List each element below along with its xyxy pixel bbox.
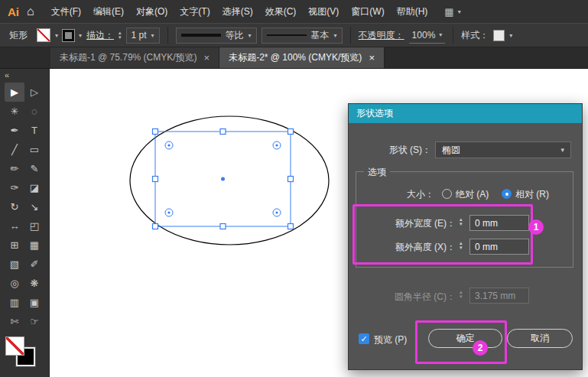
menu-type[interactable]: 文字(T) <box>174 0 216 23</box>
chevron-down-icon[interactable]: ▾ <box>509 32 512 39</box>
eyedropper-tool[interactable]: ✐ <box>24 255 44 274</box>
chevron-down-icon[interactable]: ▾ <box>79 32 82 39</box>
paintbrush-tool[interactable]: ✏ <box>5 159 24 178</box>
menu-help[interactable]: 帮助(H) <box>391 0 434 23</box>
radio-absolute-label[interactable]: 绝对 (A) <box>456 188 489 200</box>
free-transform-tool[interactable]: ◰ <box>24 216 44 236</box>
separator <box>167 27 168 44</box>
preview-label[interactable]: 预览 (P) <box>374 333 407 346</box>
radio-absolute[interactable] <box>442 189 452 199</box>
eraser-tool[interactable]: ◪ <box>24 178 44 197</box>
symbol-sprayer-tool[interactable]: ❋ <box>24 274 44 293</box>
stroke-label[interactable]: 描边： <box>86 29 114 42</box>
scale-tool[interactable]: ↘ <box>24 197 44 216</box>
fill-color-swatch[interactable] <box>37 28 50 42</box>
menu-window[interactable]: 窗口(W) <box>345 0 390 23</box>
handle-bottom-right[interactable] <box>288 224 294 229</box>
pen-tool[interactable]: ✒ <box>5 121 24 140</box>
gradient-tool[interactable]: ▧ <box>5 255 24 274</box>
corner-radius-input <box>469 288 529 304</box>
line-segment-tool[interactable]: ╱ <box>5 140 24 159</box>
chevron-down-icon[interactable]: ▾ <box>55 32 58 39</box>
handle-middle-right[interactable] <box>288 177 294 182</box>
style-swatch[interactable] <box>493 30 505 41</box>
collapse-panel-icon[interactable]: « <box>5 70 9 80</box>
handle-top-center[interactable] <box>220 129 226 135</box>
document-tabbar: 未标题-1 @ 75.79% (CMYK/预览) × 未标题-2* @ 100%… <box>0 47 588 69</box>
home-icon[interactable]: ⌂ <box>27 5 34 18</box>
magic-wand-tool[interactable]: ✳ <box>5 102 24 121</box>
mesh-tool[interactable]: ▦ <box>24 236 44 255</box>
brush-preview <box>267 34 307 36</box>
stroke-color-swatch[interactable] <box>63 30 74 41</box>
handle-middle-left[interactable] <box>153 177 158 182</box>
stroke-weight-stepper[interactable]: ▴ ▾ <box>119 31 122 40</box>
extra-width-stepper[interactable]: ▴ ▾ <box>460 217 463 226</box>
perspective-grid-tool[interactable]: ⊞ <box>5 236 24 255</box>
menu-object[interactable]: 对象(O) <box>130 0 174 23</box>
menu-file[interactable]: 文件(F) <box>45 0 87 23</box>
handle-top-left[interactable] <box>153 129 158 135</box>
stroke-weight-select[interactable]: 1 pt ▾ <box>126 28 160 44</box>
ellipse-shape[interactable] <box>130 116 329 245</box>
menu-select[interactable]: 选择(S) <box>216 0 259 23</box>
direct-selection-tool[interactable]: ▷ <box>24 83 44 102</box>
close-icon[interactable]: × <box>369 52 375 63</box>
opacity-label[interactable]: 不透明度： <box>359 29 404 42</box>
handle-bottom-left[interactable] <box>153 224 158 229</box>
width-profile-select[interactable]: 等比 ▾ <box>176 28 257 44</box>
blend-tool[interactable]: ◎ <box>5 274 24 293</box>
menu-edit[interactable]: 编辑(E) <box>87 0 130 23</box>
width-profile-value: 等比 <box>226 29 244 42</box>
selection-tool[interactable]: ▶ <box>5 83 24 102</box>
active-tool-label: 矩形 <box>9 29 28 42</box>
extra-height-input[interactable] <box>469 239 529 255</box>
shaper-tool[interactable]: ✑ <box>5 178 24 197</box>
dialog-titlebar[interactable]: 形状选项 <box>349 104 582 123</box>
shape-label: 形状 (S)： <box>349 144 431 156</box>
column-graph-tool[interactable]: ▥ <box>5 293 24 312</box>
style-label: 样式： <box>461 29 489 42</box>
extra-width-label: 额外宽度 (E)： <box>349 217 456 229</box>
pencil-tool[interactable]: ✎ <box>24 159 44 178</box>
tab-title: 未标题-2* @ 100% (CMYK/预览) <box>229 51 362 64</box>
stroke-weight-value: 1 pt <box>132 30 147 41</box>
shape-options-dialog: 形状选项 形状 (S)： 椭圆 ▾ 选项 大小： 绝对 (A) 相对 (R) 额… <box>348 103 583 370</box>
handle-top-right[interactable] <box>288 129 294 135</box>
rectangle-tool[interactable]: ▭ <box>24 140 44 159</box>
width-tool[interactable]: ↔ <box>5 216 24 236</box>
opacity-select[interactable]: 100% ▾ <box>409 28 446 44</box>
brush-select[interactable]: 基本 ▾ <box>262 28 343 44</box>
chevron-down-icon: ▾ <box>334 32 337 39</box>
tab-untitled-1[interactable]: 未标题-1 @ 75.79% (CMYK/预览) × <box>50 47 219 68</box>
workspace-switcher[interactable]: ▦ ▾ <box>444 6 460 18</box>
handle-bottom-center[interactable] <box>220 224 226 229</box>
radio-relative[interactable] <box>502 189 512 199</box>
cancel-button[interactable]: 取消 <box>507 329 573 348</box>
hand-tool[interactable]: ☞ <box>24 312 44 331</box>
corner-widget-dot <box>275 211 278 213</box>
menu-effect[interactable]: 效果(C) <box>259 0 303 23</box>
tab-untitled-2[interactable]: 未标题-2* @ 100% (CMYK/预览) × <box>219 47 385 68</box>
workspace-grid-icon: ▦ <box>444 6 453 18</box>
artboard-tool[interactable]: ▣ <box>24 293 44 312</box>
fill-indicator-none[interactable] <box>5 336 24 356</box>
control-bar: 矩形 ▾ ▾ 描边： ▴ ▾ 1 pt ▾ 等比 ▾ 基本 ▾ 不透明度： 10… <box>0 23 588 47</box>
stepper-down-icon: ▾ <box>119 35 122 40</box>
close-icon[interactable]: × <box>204 52 210 63</box>
chevron-down-icon: ▾ <box>560 146 564 154</box>
shape-center-point[interactable] <box>221 177 225 181</box>
type-tool[interactable]: T <box>24 121 44 140</box>
annotation-badge-step1: 1 <box>528 219 544 235</box>
radio-relative-label[interactable]: 相对 (R) <box>515 188 549 200</box>
menu-view[interactable]: 视图(V) <box>302 0 345 23</box>
stroke-profile-preview <box>181 34 221 37</box>
extra-height-stepper[interactable]: ▴ ▾ <box>460 241 463 250</box>
lasso-tool[interactable]: ◌ <box>24 102 44 121</box>
extra-width-input[interactable] <box>469 215 529 231</box>
slice-tool[interactable]: ✄ <box>5 312 24 331</box>
shape-select[interactable]: 椭圆 ▾ <box>435 141 571 158</box>
preview-checkbox[interactable]: ✓ <box>359 333 369 344</box>
ok-button[interactable]: 确定 <box>428 329 502 348</box>
rotate-tool[interactable]: ↻ <box>5 197 24 216</box>
